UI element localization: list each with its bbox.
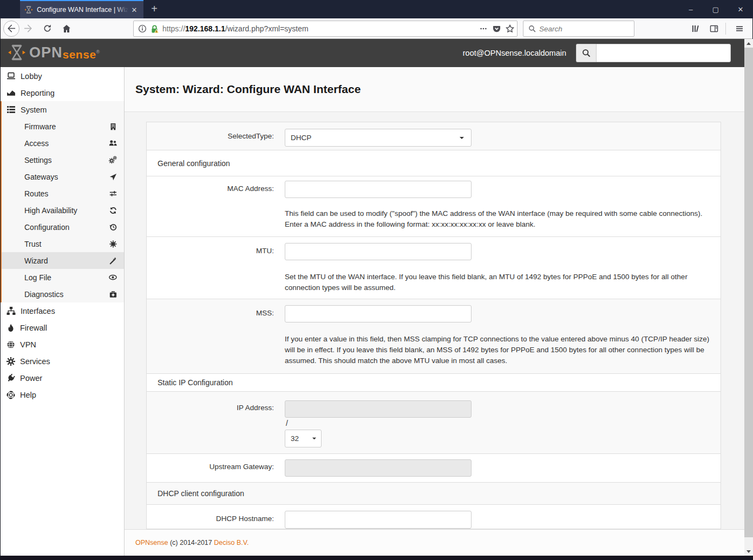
close-button[interactable]: ✕: [728, 0, 753, 18]
header-search-button[interactable]: [576, 44, 596, 62]
plug-icon: [6, 374, 15, 383]
form-row-mac-address: MAC Address: This field can be used to m…: [147, 176, 721, 237]
sidebar-item-trust[interactable]: Trust: [2, 235, 124, 252]
minimize-button[interactable]: –: [678, 0, 703, 18]
browser-search-input[interactable]: [539, 25, 626, 33]
sidebar-item-system[interactable]: System: [2, 101, 124, 118]
pocket-button[interactable]: [490, 21, 503, 37]
library-button[interactable]: [687, 21, 704, 37]
sidebar-item-wizard[interactable]: Wizard: [2, 252, 124, 269]
header-search-input[interactable]: [596, 44, 731, 62]
sidebar-item-settings[interactable]: Settings: [2, 151, 124, 168]
reload-icon: [43, 24, 51, 32]
sidebar-item-log-file[interactable]: Log File: [2, 269, 124, 286]
forward-button[interactable]: [19, 21, 36, 37]
back-button[interactable]: [3, 21, 19, 37]
mtu-input[interactable]: [285, 243, 472, 260]
sidebar-item-access[interactable]: Access: [2, 135, 124, 151]
menu-button[interactable]: [731, 21, 748, 37]
sidebar-nav: Lobby Reporting System Firmware Access S…: [0, 67, 125, 556]
upstream-gateway-input[interactable]: [285, 459, 472, 477]
cogs-icon: [109, 156, 117, 164]
scroll-up-icon: [747, 42, 751, 45]
browser-search-bar: [523, 21, 634, 37]
section-label: DHCP client configuration: [158, 489, 244, 498]
field-label: MAC Address:: [147, 185, 274, 193]
users-icon: [109, 139, 117, 147]
chart-icon: [6, 88, 16, 97]
new-tab-button[interactable]: +: [147, 2, 161, 16]
globe-icon: [6, 340, 15, 349]
gear-icon: [6, 357, 15, 366]
window-bottom-edge: [0, 556, 753, 560]
opnsense-link[interactable]: OPNsense: [135, 539, 168, 546]
dhcp-hostname-input[interactable]: [285, 511, 472, 529]
scroll-down-button[interactable]: [744, 547, 753, 556]
sidebar-item-diagnostics[interactable]: Diagnostics: [2, 286, 124, 302]
section-dhcp-client-configuration: DHCP client configuration: [147, 483, 721, 505]
sidebar-toggle-button[interactable]: [706, 21, 722, 37]
form-row-mss: MSS: If you enter a value in this field,…: [147, 299, 721, 374]
sidebar-item-routes[interactable]: Routes: [2, 185, 124, 202]
browser-tab[interactable]: Configure WAN Interface | Wiza ✕: [20, 0, 143, 18]
mac-address-input[interactable]: [285, 181, 472, 198]
main-content: SelectedType: DHCP General configuration…: [125, 112, 744, 529]
sidebar-item-label: Help: [20, 391, 36, 399]
sidebar-item-firewall[interactable]: Firewall: [0, 319, 124, 336]
cidr-separator: /: [286, 419, 288, 427]
selected-type-select[interactable]: DHCP: [285, 129, 472, 147]
opnsense-page: OPN sense ® root@OPNsense.localdomain Lo…: [0, 39, 753, 556]
sidebar-item-services[interactable]: Services: [0, 353, 124, 370]
sidebar-item-label: Access: [24, 139, 49, 148]
sidebar-item-label: Interfaces: [21, 307, 55, 315]
sidebar-item-label: Trust: [24, 240, 41, 248]
sidebar-item-configuration[interactable]: Configuration: [2, 219, 124, 235]
page-actions-button[interactable]: [477, 21, 490, 37]
field-label: Upstream Gateway:: [147, 463, 274, 471]
brand-opn: OPN: [29, 44, 63, 61]
search-icon: [582, 49, 591, 57]
sidebar-item-vpn[interactable]: VPN: [0, 336, 124, 353]
maximize-button[interactable]: ▢: [703, 0, 728, 18]
home-icon: [62, 24, 71, 33]
info-icon[interactable]: [138, 24, 147, 33]
url-text: https://192.168.1.1/wizard.php?xml=syste…: [162, 24, 309, 33]
scrollbar-thumb[interactable]: [744, 48, 753, 537]
scroll-up-button[interactable]: [744, 39, 753, 48]
deciso-link[interactable]: Deciso B.V.: [214, 539, 248, 546]
bookmark-button[interactable]: [503, 21, 517, 37]
field-label: SelectedType:: [147, 132, 274, 140]
copyright-text: (c) 2014-2017: [168, 539, 214, 546]
selected-type-value: DHCP: [291, 134, 311, 142]
form-row-ip-address: IP Address: / 32: [147, 392, 721, 454]
lock-warning-icon[interactable]: [150, 24, 159, 34]
sidebar-item-label: High Availability: [24, 206, 77, 215]
eye-icon: [109, 273, 117, 281]
page-scrollbar[interactable]: [744, 39, 753, 556]
sidebar-item-power[interactable]: Power: [0, 370, 124, 386]
tab-close-icon[interactable]: ✕: [129, 6, 139, 14]
section-label: General configuration: [158, 159, 230, 168]
sidebar-item-lobby[interactable]: Lobby: [0, 68, 124, 84]
sidebar-item-gateways[interactable]: Gateways: [2, 168, 124, 185]
sidebar-item-interfaces[interactable]: Interfaces: [0, 302, 124, 319]
field-label: IP Address:: [147, 404, 274, 412]
form-row-dhcp-hostname: DHCP Hostname:: [147, 505, 721, 529]
mss-input[interactable]: [285, 305, 472, 322]
sidebar-item-high-availability[interactable]: High Availability: [2, 202, 124, 219]
sidebar-toggle-icon: [710, 24, 718, 33]
page-title-area: System: Wizard: Configure WAN Interface: [125, 67, 744, 112]
url-bar[interactable]: https://192.168.1.1/wizard.php?xml=syste…: [133, 21, 518, 37]
ip-address-input[interactable]: [285, 400, 472, 418]
sidebar-item-reporting[interactable]: Reporting: [0, 84, 124, 101]
opnsense-hourglass-icon: [8, 43, 26, 62]
sidebar-item-firmware[interactable]: Firmware: [2, 118, 124, 135]
sidebar-item-help[interactable]: Help: [0, 386, 124, 403]
sidebar-item-label: VPN: [20, 340, 36, 349]
opnsense-logo[interactable]: OPN sense ®: [8, 43, 100, 62]
reload-button[interactable]: [39, 21, 55, 37]
cidr-select[interactable]: 32: [285, 430, 322, 447]
brand-sense: sense: [63, 48, 96, 61]
sidebar-item-label: Diagnostics: [24, 290, 63, 299]
home-button[interactable]: [58, 21, 75, 37]
